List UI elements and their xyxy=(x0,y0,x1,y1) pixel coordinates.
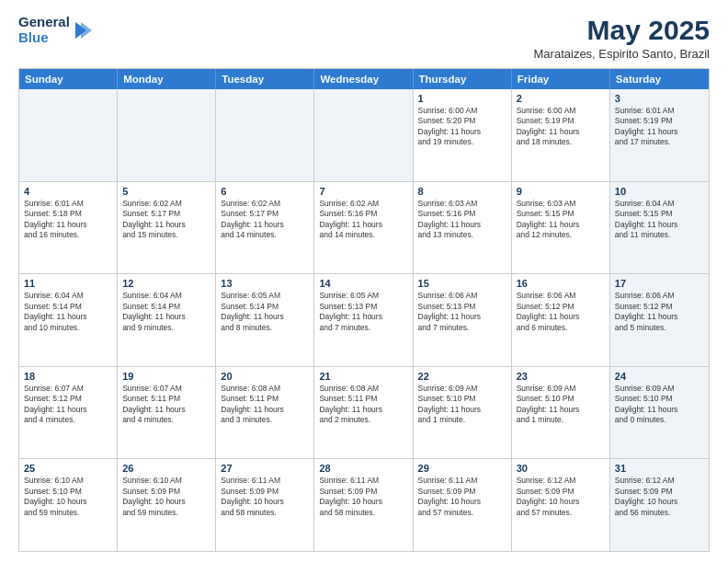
calendar-cell: 18Sunrise: 6:07 AMSunset: 5:12 PMDayligh… xyxy=(19,367,118,459)
calendar-cell: 11Sunrise: 6:04 AMSunset: 5:14 PMDayligh… xyxy=(19,274,118,366)
calendar-cell: 31Sunrise: 6:12 AMSunset: 5:09 PMDayligh… xyxy=(610,459,709,551)
cell-info: Sunrise: 6:03 AMSunset: 5:15 PMDaylight:… xyxy=(517,199,605,241)
cell-info: Sunrise: 6:06 AMSunset: 5:13 PMDaylight:… xyxy=(418,291,506,333)
day-number: 3 xyxy=(615,93,704,104)
calendar-cell: 27Sunrise: 6:11 AMSunset: 5:09 PMDayligh… xyxy=(216,459,314,551)
day-number: 20 xyxy=(221,371,309,382)
calendar-cell: 23Sunrise: 6:09 AMSunset: 5:10 PMDayligh… xyxy=(512,367,610,459)
calendar-cell: 10Sunrise: 6:04 AMSunset: 5:15 PMDayligh… xyxy=(610,182,709,274)
logo-chevron-icon xyxy=(72,17,92,44)
calendar-cell: 8Sunrise: 6:03 AMSunset: 5:16 PMDaylight… xyxy=(414,182,512,274)
cell-info: Sunrise: 6:06 AMSunset: 5:12 PMDaylight:… xyxy=(517,291,605,333)
day-number: 9 xyxy=(517,186,605,197)
day-number: 4 xyxy=(24,186,112,197)
weekday-header: Thursday xyxy=(414,69,512,89)
calendar-cell: 16Sunrise: 6:06 AMSunset: 5:12 PMDayligh… xyxy=(512,274,610,366)
calendar-cell: 17Sunrise: 6:06 AMSunset: 5:12 PMDayligh… xyxy=(610,274,709,366)
weekday-header: Tuesday xyxy=(216,69,314,89)
weekday-header: Monday xyxy=(118,69,216,89)
page: General Blue May 2025 Marataizes, Espiri… xyxy=(0,0,728,563)
cell-info: Sunrise: 6:11 AMSunset: 5:09 PMDaylight:… xyxy=(221,476,309,518)
cell-info: Sunrise: 6:10 AMSunset: 5:10 PMDaylight:… xyxy=(24,476,112,518)
calendar-cell: 1Sunrise: 6:00 AMSunset: 5:20 PMDaylight… xyxy=(414,89,512,181)
cell-info: Sunrise: 6:05 AMSunset: 5:13 PMDaylight:… xyxy=(319,291,407,333)
day-number: 26 xyxy=(122,463,210,474)
calendar-cell: 19Sunrise: 6:07 AMSunset: 5:11 PMDayligh… xyxy=(118,367,216,459)
day-number: 23 xyxy=(517,371,605,382)
calendar-cell: 14Sunrise: 6:05 AMSunset: 5:13 PMDayligh… xyxy=(314,274,413,366)
calendar-cell xyxy=(314,89,413,181)
calendar-cell: 3Sunrise: 6:01 AMSunset: 5:19 PMDaylight… xyxy=(610,89,709,181)
cell-info: Sunrise: 6:02 AMSunset: 5:17 PMDaylight:… xyxy=(221,199,309,241)
cell-info: Sunrise: 6:04 AMSunset: 5:15 PMDaylight:… xyxy=(615,199,704,241)
weekday-header: Saturday xyxy=(610,69,709,89)
weekday-header: Wednesday xyxy=(314,69,413,89)
cell-info: Sunrise: 6:10 AMSunset: 5:09 PMDaylight:… xyxy=(122,476,210,518)
day-number: 17 xyxy=(615,278,704,289)
cell-info: Sunrise: 6:03 AMSunset: 5:16 PMDaylight:… xyxy=(418,199,506,241)
calendar-cell: 15Sunrise: 6:06 AMSunset: 5:13 PMDayligh… xyxy=(414,274,512,366)
day-number: 11 xyxy=(24,278,112,289)
month-title: May 2025 xyxy=(534,15,710,45)
day-number: 28 xyxy=(319,463,407,474)
calendar-cell: 30Sunrise: 6:12 AMSunset: 5:09 PMDayligh… xyxy=(512,459,610,551)
calendar: SundayMondayTuesdayWednesdayThursdayFrid… xyxy=(18,68,710,552)
day-number: 10 xyxy=(615,186,704,197)
day-number: 30 xyxy=(517,463,605,474)
calendar-cell: 9Sunrise: 6:03 AMSunset: 5:15 PMDaylight… xyxy=(512,182,610,274)
calendar-cell: 6Sunrise: 6:02 AMSunset: 5:17 PMDaylight… xyxy=(216,182,314,274)
cell-info: Sunrise: 6:05 AMSunset: 5:14 PMDaylight:… xyxy=(221,291,309,333)
header: General Blue May 2025 Marataizes, Espiri… xyxy=(18,15,710,61)
calendar-cell: 22Sunrise: 6:09 AMSunset: 5:10 PMDayligh… xyxy=(414,367,512,459)
day-number: 12 xyxy=(122,278,210,289)
day-number: 6 xyxy=(221,186,309,197)
day-number: 16 xyxy=(517,278,605,289)
calendar-cell: 7Sunrise: 6:02 AMSunset: 5:16 PMDaylight… xyxy=(314,182,413,274)
calendar-cell: 4Sunrise: 6:01 AMSunset: 5:18 PMDaylight… xyxy=(19,182,118,274)
svg-marker-1 xyxy=(81,22,92,39)
logo: General Blue xyxy=(18,15,92,45)
cell-info: Sunrise: 6:00 AMSunset: 5:19 PMDaylight:… xyxy=(517,106,605,148)
calendar-cell: 28Sunrise: 6:11 AMSunset: 5:09 PMDayligh… xyxy=(314,459,413,551)
day-number: 27 xyxy=(221,463,309,474)
calendar-cell: 13Sunrise: 6:05 AMSunset: 5:14 PMDayligh… xyxy=(216,274,314,366)
calendar-header: SundayMondayTuesdayWednesdayThursdayFrid… xyxy=(19,69,709,89)
calendar-cell xyxy=(19,89,118,181)
cell-info: Sunrise: 6:04 AMSunset: 5:14 PMDaylight:… xyxy=(122,291,210,333)
calendar-week-row: 1Sunrise: 6:00 AMSunset: 5:20 PMDaylight… xyxy=(19,89,709,181)
day-number: 2 xyxy=(517,93,605,104)
cell-info: Sunrise: 6:11 AMSunset: 5:09 PMDaylight:… xyxy=(319,476,407,518)
calendar-cell: 25Sunrise: 6:10 AMSunset: 5:10 PMDayligh… xyxy=(19,459,118,551)
cell-info: Sunrise: 6:09 AMSunset: 5:10 PMDaylight:… xyxy=(517,384,605,426)
cell-info: Sunrise: 6:00 AMSunset: 5:20 PMDaylight:… xyxy=(418,106,506,148)
cell-info: Sunrise: 6:01 AMSunset: 5:18 PMDaylight:… xyxy=(24,199,112,241)
calendar-cell xyxy=(216,89,314,181)
calendar-cell: 29Sunrise: 6:11 AMSunset: 5:09 PMDayligh… xyxy=(414,459,512,551)
calendar-cell xyxy=(118,89,216,181)
calendar-week-row: 18Sunrise: 6:07 AMSunset: 5:12 PMDayligh… xyxy=(19,366,709,459)
cell-info: Sunrise: 6:07 AMSunset: 5:11 PMDaylight:… xyxy=(122,384,210,426)
cell-info: Sunrise: 6:08 AMSunset: 5:11 PMDaylight:… xyxy=(221,384,309,426)
day-number: 19 xyxy=(122,371,210,382)
day-number: 13 xyxy=(221,278,309,289)
day-number: 22 xyxy=(418,371,506,382)
calendar-cell: 2Sunrise: 6:00 AMSunset: 5:19 PMDaylight… xyxy=(512,89,610,181)
day-number: 24 xyxy=(615,371,704,382)
day-number: 29 xyxy=(418,463,506,474)
logo-general: General xyxy=(18,15,70,30)
calendar-body: 1Sunrise: 6:00 AMSunset: 5:20 PMDaylight… xyxy=(19,89,709,551)
calendar-cell: 26Sunrise: 6:10 AMSunset: 5:09 PMDayligh… xyxy=(118,459,216,551)
calendar-cell: 20Sunrise: 6:08 AMSunset: 5:11 PMDayligh… xyxy=(216,367,314,459)
cell-info: Sunrise: 6:11 AMSunset: 5:09 PMDaylight:… xyxy=(418,476,506,518)
day-number: 7 xyxy=(319,186,407,197)
day-number: 14 xyxy=(319,278,407,289)
title-block: May 2025 Marataizes, Espirito Santo, Bra… xyxy=(534,15,710,61)
cell-info: Sunrise: 6:07 AMSunset: 5:12 PMDaylight:… xyxy=(24,384,112,426)
logo-blue: Blue xyxy=(18,30,70,46)
cell-info: Sunrise: 6:01 AMSunset: 5:19 PMDaylight:… xyxy=(615,106,704,148)
cell-info: Sunrise: 6:12 AMSunset: 5:09 PMDaylight:… xyxy=(517,476,605,518)
cell-info: Sunrise: 6:12 AMSunset: 5:09 PMDaylight:… xyxy=(615,476,704,518)
calendar-week-row: 4Sunrise: 6:01 AMSunset: 5:18 PMDaylight… xyxy=(19,181,709,274)
cell-info: Sunrise: 6:02 AMSunset: 5:16 PMDaylight:… xyxy=(319,199,407,241)
calendar-cell: 24Sunrise: 6:09 AMSunset: 5:10 PMDayligh… xyxy=(610,367,709,459)
